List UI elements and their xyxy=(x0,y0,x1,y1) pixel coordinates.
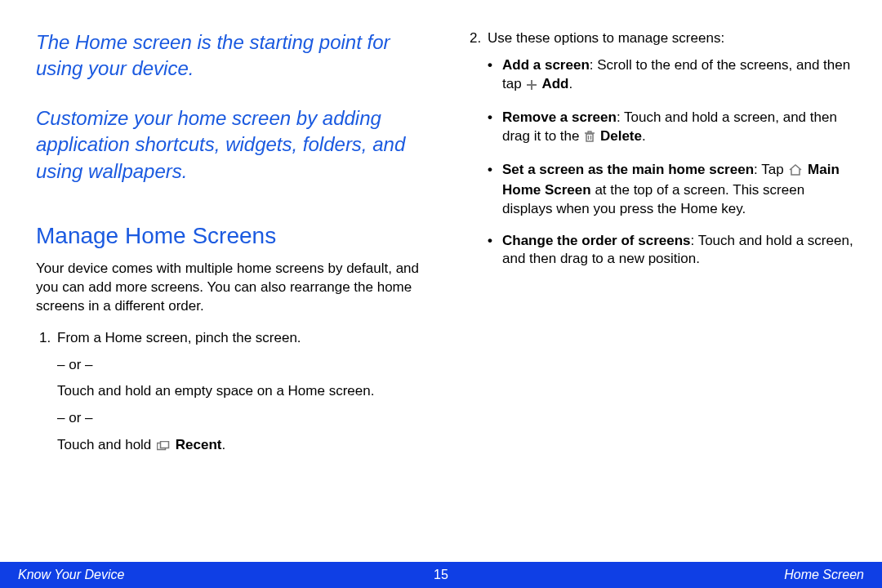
step-2-number: 2. xyxy=(466,29,488,48)
delete-label: Delete xyxy=(596,128,642,144)
step-1-alt-1: Touch and hold an empty space on a Home … xyxy=(36,382,427,401)
option-lead: Change the order of screens xyxy=(502,233,691,248)
step-2-text: Use these options to manage screens: xyxy=(488,29,858,48)
step-1-text: From a Home screen, pinch the screen. xyxy=(57,329,427,348)
option-text: Remove a screen: Touch and hold a screen… xyxy=(502,109,858,148)
option-text: Change the order of screens: Touch and h… xyxy=(502,232,858,270)
option-lead: Set a screen as the main home screen xyxy=(502,162,754,177)
option-lead: Remove a screen xyxy=(502,109,617,125)
option-lead: Add a screen xyxy=(502,57,590,73)
step-1-number: 1. xyxy=(36,329,57,348)
svg-rect-1 xyxy=(161,442,169,448)
recent-label: Recent xyxy=(172,437,221,452)
recent-icon xyxy=(157,438,170,457)
home-icon xyxy=(789,163,802,181)
svg-rect-2 xyxy=(586,134,593,141)
step-1: 1. From a Home screen, pinch the screen. xyxy=(36,329,427,348)
plus-icon xyxy=(527,77,537,96)
step-1-alt-2: Touch and hold Recent. xyxy=(36,436,427,457)
text: Touch and hold xyxy=(57,437,155,452)
section-heading: Manage Home Screens xyxy=(36,220,427,252)
page-footer: Know Your Device 15 Home Screen xyxy=(0,562,882,588)
bullet-dot: • xyxy=(488,161,502,219)
text: . xyxy=(569,76,573,91)
option-change-order: • Change the order of screens: Touch and… xyxy=(488,232,858,270)
text: . xyxy=(642,128,646,144)
text: . xyxy=(221,437,225,452)
bullet-dot: • xyxy=(488,232,502,270)
left-column: The Home screen is the starting point fo… xyxy=(36,29,427,562)
add-label: Add xyxy=(538,76,568,91)
option-main-home-screen: • Set a screen as the main home screen: … xyxy=(488,161,858,219)
options-list: • Add a screen: Scroll to the end of the… xyxy=(466,56,858,269)
option-remove-screen: • Remove a screen: Touch and hold a scre… xyxy=(488,109,858,148)
content-columns: The Home screen is the starting point fo… xyxy=(0,0,882,562)
or-separator-1: – or – xyxy=(36,356,427,375)
bullet-dot: • xyxy=(488,109,502,148)
text: : xyxy=(754,162,761,177)
bullet-dot: • xyxy=(488,56,502,96)
step-2: 2. Use these options to manage screens: xyxy=(466,29,858,48)
option-add-screen: • Add a screen: Scroll to the end of the… xyxy=(488,56,858,96)
intro-paragraph-1: The Home screen is the starting point fo… xyxy=(36,29,427,82)
option-text: Add a screen: Scroll to the end of the s… xyxy=(502,56,858,96)
or-separator-2: – or – xyxy=(36,409,427,428)
right-column: 2. Use these options to manage screens: … xyxy=(466,29,858,562)
text: Tap xyxy=(761,162,787,177)
option-text: Set a screen as the main home screen: Ta… xyxy=(502,161,858,219)
intro-paragraph-2: Customize your home screen by adding app… xyxy=(36,105,427,185)
section-description: Your device comes with multiple home scr… xyxy=(36,260,427,316)
delete-icon xyxy=(585,129,595,148)
page-number: 15 xyxy=(0,568,882,582)
manual-page: The Home screen is the starting point fo… xyxy=(0,0,882,588)
